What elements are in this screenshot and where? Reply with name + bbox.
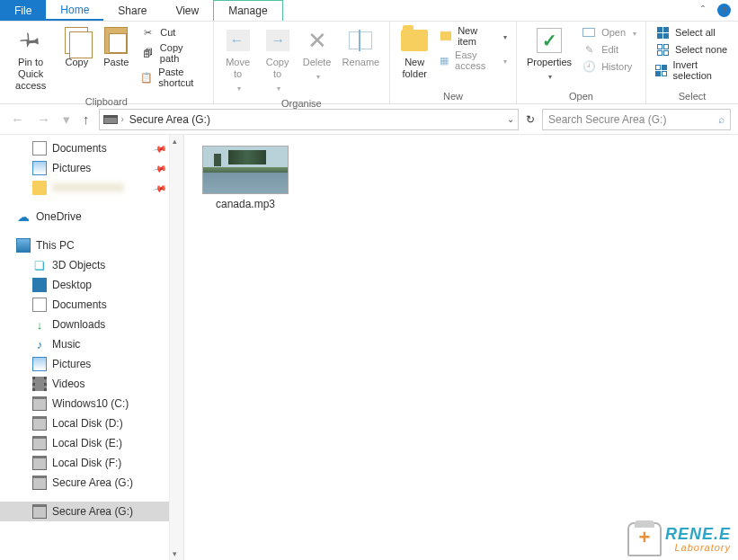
file-list[interactable]: canada.mp3 RENE.E Laboratory [184,135,738,560]
copy-path-button[interactable]: Copy path [137,41,207,65]
paste-shortcut-icon [140,70,153,84]
pin-icon: 📌 [153,181,167,195]
drive-icon [32,436,47,450]
copy-to-button[interactable]: Copy to [259,24,297,96]
tab-view[interactable]: View [161,0,213,21]
select-all-button[interactable]: Select all [652,24,733,40]
move-to-button[interactable]: Move to [219,24,257,96]
address-dropdown-icon[interactable]: ⌄ [507,114,514,124]
watermark-line1: RENE.E [665,526,731,542]
invert-selection-button[interactable]: Invert selection [652,58,733,82]
tree-item[interactable]: This PC [0,236,169,255]
tree-item[interactable]: Windows10 (C:) [0,394,169,413]
tree-item-label: Secure Area (G:) [52,505,133,518]
tree-item-label: Pictures [52,162,91,174]
paste-button[interactable]: Paste [97,24,135,70]
select-all-icon [655,25,670,40]
properties-icon: ✓ [537,26,562,55]
tree-item-label: 3D Objects [52,259,105,271]
breadcrumb-sep[interactable]: › [121,114,124,124]
tree-item[interactable]: Downloads [0,315,169,334]
easy-access-icon [439,53,449,67]
new-folder-button[interactable]: New folder [396,24,433,82]
nav-recent-button[interactable]: ▾ [59,111,74,128]
tree-item[interactable]: Desktop [0,275,169,295]
nav-up-button[interactable]: ↑ [79,111,93,127]
breadcrumb[interactable]: Secure Area (G:) [128,113,212,126]
nav-forward-button[interactable]: → [33,111,54,127]
address-box[interactable]: › Secure Area (G:) ⌄ [99,109,520,130]
edit-icon [582,42,596,57]
tab-manage[interactable]: Manage [213,0,282,21]
tree-item[interactable]: XXXXXXXXXX📌 [0,178,169,198]
tree-item[interactable]: Videos [0,374,169,394]
cut-icon [140,25,155,40]
refresh-button[interactable]: ↻ [524,113,537,126]
tree-item-label: Local Disk (F:) [52,457,121,469]
new-folder-icon [401,26,428,55]
nav-back-button[interactable]: ← [7,111,28,127]
pin-icon [19,26,42,55]
drive-icon [32,476,47,490]
rename-button[interactable]: Rename [338,24,385,70]
ribbon: Pin to Quick access Copy Paste Cut Copy … [0,22,738,104]
tree-item-label: Secure Area (G:) [52,476,133,489]
search-box[interactable]: Search Secure Area (G:) ⌕ [542,109,731,130]
sidebar-scrollbar[interactable] [169,135,183,560]
tree-item[interactable]: 3D Objects [0,255,169,275]
tree-item-label: Local Disk (D:) [52,417,123,430]
tree-item-label: Downloads [52,318,105,331]
ribbon-group-new: New folder New item Easy access New [390,22,517,103]
tab-home[interactable]: Home [46,0,103,21]
tree-item-label: Pictures [52,358,91,370]
tree-item[interactable]: OneDrive [0,207,169,227]
drive-icon [32,396,47,411]
history-button[interactable]: History [578,58,640,75]
tree-item[interactable]: Secure Area (G:) [0,473,169,493]
pic-icon [32,161,47,175]
pic-icon [32,357,47,371]
cut-button[interactable]: Cut [137,24,207,40]
rename-icon [349,26,372,55]
file-item[interactable]: canada.mp3 [200,146,290,210]
tree-item-label: Documents [52,298,107,311]
paste-shortcut-button[interactable]: Paste shortcut [137,66,207,89]
ribbon-group-label: New [396,89,511,102]
file-thumbnail [202,146,289,194]
pin-to-quick-access-button[interactable]: Pin to Quick access [5,24,56,94]
delete-button[interactable]: ✕ Delete [298,24,336,84]
tree-item-label: Documents [52,142,107,155]
edit-button[interactable]: Edit [578,41,640,58]
new-item-button[interactable]: New item [435,24,511,48]
copy-button[interactable]: Copy [58,24,95,70]
tree-item[interactable]: Local Disk (D:) [0,413,169,433]
select-none-button[interactable]: Select none [652,41,733,58]
ribbon-collapse-icon[interactable]: ˆ [701,4,705,17]
help-icon[interactable]: ? [717,4,731,17]
doc-icon [32,298,47,312]
tab-share[interactable]: Share [103,0,161,21]
tree-item[interactable]: Documents [0,295,169,315]
tree-item-label: OneDrive [36,210,82,223]
file-name: canada.mp3 [216,198,275,210]
tree-item[interactable]: Music [0,334,169,354]
tree-item[interactable]: Local Disk (F:) [0,453,169,473]
doc-icon [32,141,47,156]
dl-icon [32,317,47,332]
fold-icon [32,181,47,195]
properties-button[interactable]: ✓ Properties [522,24,576,84]
tree-item[interactable]: Pictures📌 [0,158,169,178]
drive-icon [32,416,47,431]
open-button[interactable]: Open [578,24,640,40]
tree-item[interactable]: Documents📌 [0,138,169,158]
music-icon [32,337,47,351]
tab-file[interactable]: File [0,0,46,21]
select-none-icon [655,42,670,57]
tab-strip: File Home Share View Manage ˆ ? [0,0,738,22]
tree-item[interactable]: Pictures [0,354,169,374]
drive-icon [32,456,47,470]
tree-item[interactable]: Local Disk (E:) [0,433,169,453]
tree-item[interactable]: Secure Area (G:) [0,502,169,521]
easy-access-button[interactable]: Easy access [435,49,511,72]
navigation-tree: Documents📌Pictures📌XXXXXXXXXX📌OneDriveTh… [0,135,184,560]
